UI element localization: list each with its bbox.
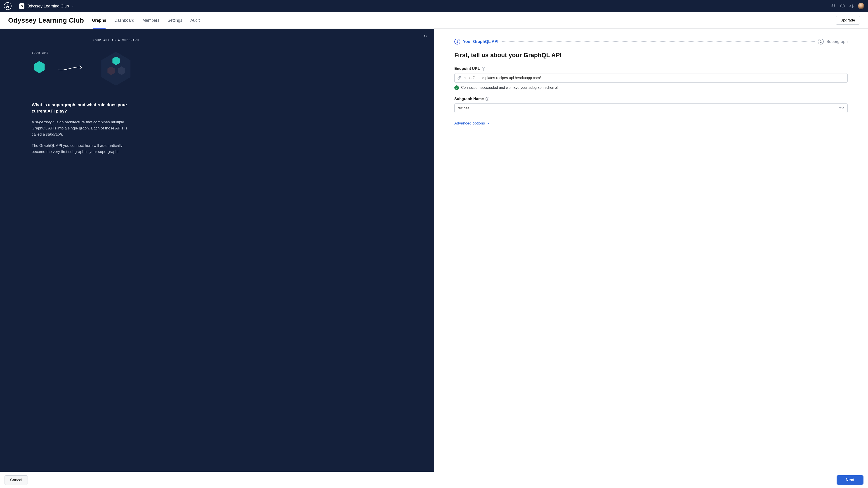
announcement-icon[interactable] (849, 4, 854, 8)
info-icon[interactable]: i (482, 67, 485, 70)
topbar-actions (831, 3, 864, 9)
intro-paragraph-1: A supergraph is an architecture that com… (32, 119, 131, 138)
connection-success-text: Connection succeeded and we have your su… (461, 86, 558, 90)
header-tabs: Graphs Dashboard Members Settings Audit (92, 12, 199, 29)
page-title: Odyssey Learning Club (8, 17, 84, 24)
intro-heading: What is a supergraph, and what role does… (32, 102, 131, 114)
org-name-label: Odyssey Learning Club (27, 4, 69, 8)
tab-settings[interactable]: Settings (167, 12, 182, 29)
intro-panel: YOUR API YOUR API AS A SUBGRAPH What is … (0, 29, 434, 472)
tab-dashboard[interactable]: Dashboard (114, 12, 134, 29)
help-icon[interactable] (840, 4, 845, 8)
next-button[interactable]: Next (837, 475, 864, 485)
step-2-number: 2 (818, 39, 824, 44)
form-title: First, tell us about your GraphQL API (454, 52, 848, 59)
subgraph-name-input-wrap: 7/64 (454, 103, 848, 113)
step-1: 1 Your GraphQL API (454, 39, 498, 44)
step-2: 2 Supergraph (818, 39, 848, 44)
chevron-down-icon (487, 122, 490, 125)
step-2-label: Supergraph (827, 39, 848, 44)
success-check-icon (454, 86, 459, 90)
step-indicator: 1 Your GraphQL API 2 Supergraph (454, 39, 848, 44)
apollo-logo-icon: A (4, 2, 11, 10)
org-switcher[interactable]: O Odyssey Learning Club (16, 0, 78, 12)
collapse-panel-button[interactable] (422, 33, 429, 39)
page-header: Odyssey Learning Club Graphs Dashboard M… (0, 12, 868, 29)
org-badge-icon: O (19, 3, 24, 9)
step-1-number: 1 (454, 39, 460, 44)
subgraph-cluster-icon (98, 48, 134, 89)
diagram-left-label: YOUR API (32, 51, 49, 55)
chevron-down-icon (71, 4, 74, 8)
endpoint-url-input-wrap (454, 73, 848, 83)
step-connector (502, 41, 815, 42)
graph-icon[interactable] (831, 4, 836, 8)
cancel-button[interactable]: Cancel (4, 475, 28, 485)
wizard-footer: Cancel Next (0, 472, 868, 488)
user-avatar[interactable] (858, 3, 864, 9)
tab-audit[interactable]: Audit (190, 12, 199, 29)
connection-status: Connection succeeded and we have your su… (454, 86, 848, 90)
subgraph-diagram: YOUR API YOUR API AS A SUBGRAPH (32, 39, 421, 89)
arrow-icon (57, 64, 84, 72)
main-content: YOUR API YOUR API AS A SUBGRAPH What is … (0, 29, 868, 472)
advanced-options-toggle[interactable]: Advanced options (454, 121, 490, 126)
subgraph-name-input[interactable] (458, 106, 838, 110)
app-logo[interactable]: A (0, 0, 16, 12)
endpoint-url-label: Endpoint URL (454, 66, 480, 71)
tab-members[interactable]: Members (143, 12, 159, 29)
link-icon (457, 76, 461, 80)
top-navbar: A O Odyssey Learning Club (0, 0, 868, 12)
tab-graphs[interactable]: Graphs (92, 12, 106, 29)
upgrade-button[interactable]: Upgrade (836, 16, 860, 25)
step-1-label: Your GraphQL API (463, 39, 498, 44)
info-icon[interactable]: i (486, 97, 489, 101)
form-panel: 1 Your GraphQL API 2 Supergraph First, t… (434, 29, 868, 472)
hexagon-icon (33, 61, 45, 73)
diagram-right-label: YOUR API AS A SUBGRAPH (93, 39, 139, 42)
endpoint-url-input[interactable] (464, 76, 845, 80)
intro-paragraph-2: The GraphQL API you connect here will au… (32, 142, 131, 155)
subgraph-name-label: Subgraph Name (454, 97, 484, 101)
char-count: 7/64 (838, 106, 844, 110)
advanced-options-label: Advanced options (454, 121, 485, 126)
